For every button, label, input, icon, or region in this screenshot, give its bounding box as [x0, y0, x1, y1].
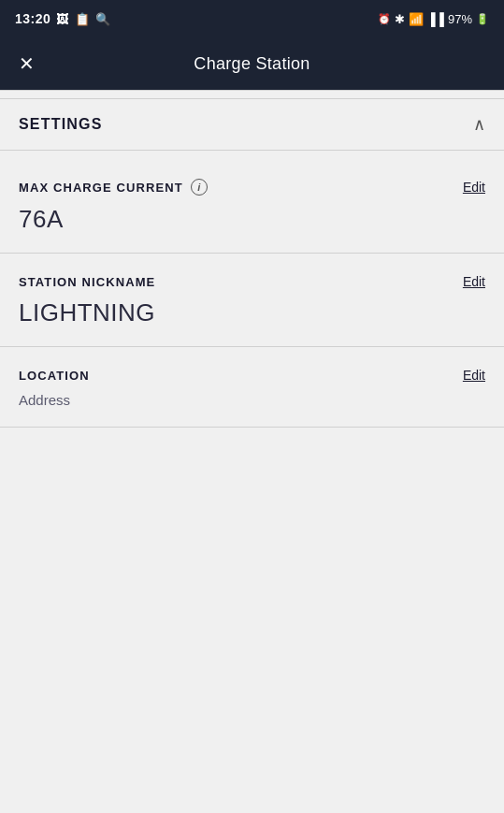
signal-icon: ▐▐: [427, 12, 444, 26]
status-icons: ⏰ ✱ 📶 ▐▐ 97% 🔋: [378, 12, 489, 26]
station-nickname-value: LIGHTNING: [19, 298, 485, 327]
photo-icon: 🖼: [56, 12, 69, 26]
setting-label-row-nickname: STATION NICKNAME: [19, 275, 155, 289]
status-bar: 13:20 🖼 📋 🔍 ⏰ ✱ 📶 ▐▐ 97% 🔋: [0, 0, 504, 37]
wifi-icon: 📶: [409, 12, 424, 26]
setting-item-station-nickname: STATION NICKNAME Edit LIGHTNING: [0, 254, 504, 347]
time-display: 13:20: [15, 11, 50, 26]
setting-label-row-location: LOCATION: [19, 369, 90, 383]
station-nickname-edit-button[interactable]: Edit: [463, 274, 485, 289]
max-charge-info-icon[interactable]: i: [191, 179, 208, 196]
chevron-up-icon: ∧: [473, 116, 485, 133]
alarm-icon: ⏰: [378, 13, 391, 25]
settings-section-header[interactable]: SETTINGS ∧: [0, 98, 504, 151]
max-charge-edit-button[interactable]: Edit: [463, 180, 485, 195]
max-charge-label: MAX CHARGE CURRENT: [19, 181, 183, 195]
location-edit-button[interactable]: Edit: [463, 368, 485, 383]
close-button[interactable]: ✕: [15, 51, 38, 77]
setting-label-row-max-charge: MAX CHARGE CURRENT i: [19, 179, 208, 196]
setting-item-header-max-charge: MAX CHARGE CURRENT i Edit: [19, 179, 485, 196]
after-header-gap: [0, 151, 504, 158]
settings-section-title: SETTINGS: [19, 116, 103, 133]
status-time: 13:20 🖼 📋 🔍: [15, 11, 111, 26]
setting-item-location: LOCATION Edit Address: [0, 347, 504, 428]
battery-icon: 🔋: [476, 13, 489, 25]
max-charge-value: 76A: [19, 205, 485, 234]
top-gap: [0, 91, 504, 98]
setting-item-max-charge-current: MAX CHARGE CURRENT i Edit 76A: [0, 158, 504, 254]
page-title: Charge Station: [194, 54, 310, 74]
main-content: SETTINGS ∧ MAX CHARGE CURRENT i Edit 76A…: [0, 91, 504, 428]
app-header: ✕ Charge Station: [0, 37, 504, 90]
bluetooth-icon: ✱: [395, 12, 405, 26]
location-label: LOCATION: [19, 369, 90, 383]
station-nickname-label: STATION NICKNAME: [19, 275, 155, 289]
setting-item-header-location: LOCATION Edit: [19, 368, 485, 383]
setting-item-header-nickname: STATION NICKNAME Edit: [19, 274, 485, 289]
sim-icon: 📋: [75, 12, 91, 26]
battery-display: 97%: [448, 12, 472, 26]
search-icon: 🔍: [95, 12, 111, 26]
location-address-value: Address: [19, 392, 485, 408]
